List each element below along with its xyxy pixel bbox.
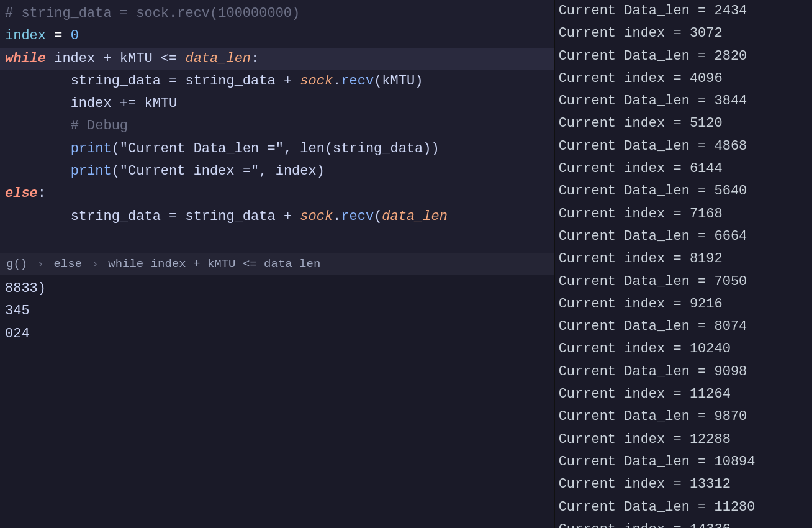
code-token: index [5,25,46,47]
terminal-line: Current index = 3072 [555,22,812,45]
terminal-line: Current index = 7168 [555,203,812,225]
code-token: . [333,70,341,93]
code-token: # Debug [71,115,128,137]
code-token: sock [300,70,333,93]
terminal-line: Current Data_len = 5640 [555,180,812,203]
code-token: 345 [5,300,30,322]
code-area[interactable]: # string_data = sock.recv(100000000)inde… [0,0,554,253]
code-token: index += kMTU [71,93,178,115]
code-token: 0 [71,25,79,47]
code-token: else [5,183,38,205]
code-token: ("Current index =", index) [112,160,325,183]
terminal-line: Current Data_len = 6664 [555,225,812,248]
lower-code-area: 8833)345024 [0,275,554,528]
terminal-panel: Current Data_len = 2434Current index = 3… [555,0,812,528]
code-token: ("Current Data_len =", len(string_data)) [112,138,440,160]
lower-code-line: 345 [0,300,554,322]
terminal-line: Current index = 11264 [555,383,812,406]
code-line: # Debug [0,115,554,137]
code-token: while [5,48,46,70]
code-line: # string_data = sock.recv(100000000) [0,2,554,25]
terminal-line: Current Data_len = 4868 [555,135,812,158]
code-token: = [54,25,62,47]
terminal-line: Current index = 5120 [555,112,812,135]
terminal-line: Current Data_len = 2434 [555,0,812,22]
breadcrumb-separator: › [84,257,106,271]
breadcrumb-separator: › [30,257,51,271]
terminal-line: Current Data_len = 7050 [555,271,812,293]
terminal-line: Current index = 12288 [555,429,812,451]
code-line: string_data = string_data + sock.recv(kM… [0,70,554,93]
terminal-line: Current index = 14336 [555,519,812,528]
code-token [46,25,54,47]
terminal-line: Current Data_len = 9870 [555,406,812,428]
code-line: else: [0,183,554,205]
code-token: (kMTU) [374,70,423,93]
code-token: data_len [382,206,448,228]
code-token: 8833) [5,278,46,300]
code-token: print [71,138,112,160]
code-token: . [333,206,341,228]
breadcrumb-bar: g() › else › while index + kMTU <= data_… [0,253,554,275]
lower-code-line: 8833) [0,278,554,300]
code-token: string_data = string_data + [71,206,300,228]
code-token: sock [300,206,333,228]
code-token [62,25,70,47]
terminal-line: Current Data_len = 11280 [555,496,812,519]
terminal-line: Current index = 4096 [555,68,812,90]
terminal-line: Current Data_len = 3844 [555,90,812,112]
terminal-line: Current Data_len = 9098 [555,361,812,383]
code-line: print("Current Data_len =", len(string_d… [0,138,554,160]
terminal-line: Current index = 6144 [555,158,812,180]
code-token: string_data = string_data + [71,70,300,93]
code-token: : [251,48,259,70]
lower-code-line: 024 [0,323,554,345]
code-token: data_len [185,48,251,70]
code-token: 024 [5,323,30,345]
terminal-line: Current index = 10240 [555,338,812,360]
terminal-line: Current index = 9216 [555,293,812,316]
code-line: index = 0 [0,25,554,47]
terminal-line: Current index = 13312 [555,473,812,496]
terminal-line: Current Data_len = 10894 [555,451,812,473]
code-token: # string_data = sock.recv(100000000) [5,2,300,25]
code-token: ( [374,206,382,228]
code-line: while index + kMTU <= data_len: [0,48,554,70]
breadcrumb-part: g() [6,257,27,271]
code-token: print [71,160,112,183]
code-line: print("Current index =", index) [0,160,554,183]
code-token: recv [341,70,374,93]
breadcrumb-part: else [53,257,82,271]
terminal-line: Current Data_len = 8074 [555,316,812,338]
code-token: : [38,183,46,205]
code-panel: # string_data = sock.recv(100000000)inde… [0,0,554,528]
terminal-line: Current index = 8192 [555,248,812,270]
code-line: string_data = string_data + sock.recv(da… [0,206,554,228]
terminal-line: Current Data_len = 2820 [555,45,812,68]
code-token: index + kMTU <= [46,48,185,70]
code-token: recv [341,206,374,228]
breadcrumb-part: while index + kMTU <= data_len [108,257,320,271]
code-line: index += kMTU [0,93,554,115]
